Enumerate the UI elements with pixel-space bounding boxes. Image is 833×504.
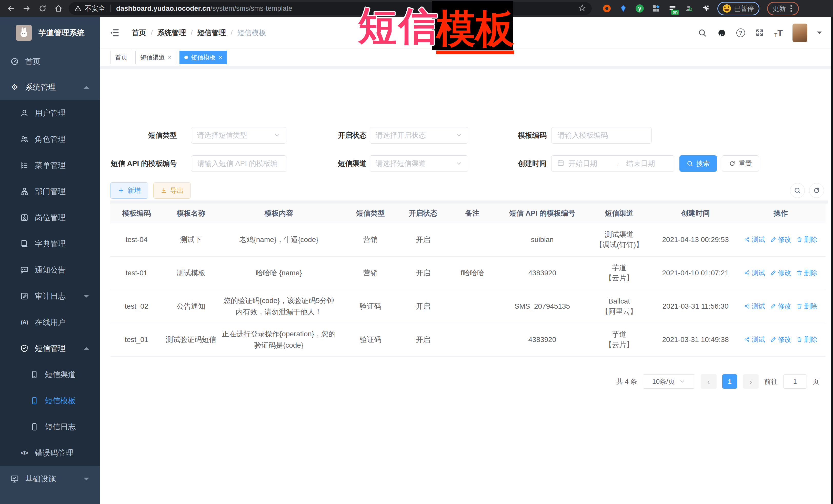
- chevron-down-icon: [679, 378, 686, 385]
- sidebar-item-sms-template[interactable]: 短信模板: [0, 388, 100, 414]
- delete-link[interactable]: 删除: [796, 301, 817, 312]
- tab-home[interactable]: 首页: [110, 51, 132, 64]
- browser-reload-button[interactable]: [38, 3, 48, 14]
- sidebar-item-home[interactable]: 首页: [0, 49, 100, 74]
- section-divider: [110, 200, 828, 203]
- sidebar-item-user-management[interactable]: 用户管理: [0, 100, 100, 126]
- org-tree-icon: [20, 187, 29, 196]
- delete-link[interactable]: 删除: [796, 234, 817, 245]
- sidebar-item-department-management[interactable]: 部门管理: [0, 178, 100, 205]
- extension-y-icon[interactable]: y: [635, 4, 644, 13]
- current-page-button[interactable]: 1: [722, 374, 737, 389]
- sidebar-item-error-code[interactable]: </> 错误码管理: [0, 440, 100, 466]
- close-icon[interactable]: ×: [168, 54, 171, 61]
- sidebar: 芋道管理系统 首页 ⚙ 系统管理 用户管理 角色管理: [0, 17, 100, 504]
- sidebar-item-infrastructure[interactable]: 基础设施: [0, 466, 100, 492]
- sidebar-item-notice-management[interactable]: 通知公告: [0, 257, 100, 283]
- page-jump-input[interactable]: [783, 374, 807, 389]
- fullscreen-icon[interactable]: [755, 28, 765, 38]
- sidebar-item-sms-log[interactable]: 短信日志: [0, 414, 100, 440]
- sidebar-item-sms-management[interactable]: 短信管理: [0, 335, 100, 361]
- avatar-dropdown-icon[interactable]: [817, 31, 822, 34]
- test-link[interactable]: 测试: [744, 234, 765, 245]
- search-icon[interactable]: [697, 28, 707, 38]
- edit-link[interactable]: 修改: [770, 234, 791, 245]
- sidebar-item-dict-management[interactable]: 字典管理: [0, 231, 100, 257]
- breadcrumb-sms[interactable]: 短信管理: [197, 28, 226, 38]
- status-select[interactable]: 请选择开启状态: [370, 127, 468, 144]
- breadcrumb-home[interactable]: 首页: [132, 28, 146, 38]
- search-button[interactable]: 搜索: [680, 155, 717, 172]
- close-icon[interactable]: ×: [219, 54, 222, 61]
- chevron-down-icon: [274, 132, 281, 139]
- tab-sms-channel[interactable]: 短信渠道 ×: [135, 51, 176, 64]
- app-logo-row[interactable]: 芋道管理系统: [0, 17, 100, 49]
- sidebar-item-post-management[interactable]: 岗位管理: [0, 205, 100, 231]
- extensions-puzzle-icon[interactable]: [701, 4, 710, 13]
- pagination: 共 4 条 10条/页 ‹ 1 › 前往 页: [616, 374, 819, 389]
- next-page-button[interactable]: ›: [743, 374, 759, 389]
- col-template-code: 模板编码: [110, 203, 163, 223]
- table-row: test_01 测试验证码短信 正在进行登录操作{operation}，您的验证…: [110, 323, 826, 356]
- prev-page-button[interactable]: ‹: [701, 374, 717, 389]
- sidebar-item-role-management[interactable]: 角色管理: [0, 126, 100, 152]
- page-size-select[interactable]: 10条/页: [643, 374, 695, 389]
- extension-ring-icon[interactable]: [602, 4, 611, 13]
- export-button[interactable]: 导出: [153, 182, 191, 199]
- test-link[interactable]: 测试: [744, 334, 765, 345]
- audit-log-icon: [20, 292, 29, 301]
- sidebar-collapse-icon[interactable]: [109, 28, 119, 38]
- sidebar-item-menu-management[interactable]: 菜单管理: [0, 152, 100, 178]
- browser-menu-icon[interactable]: [790, 8, 792, 9]
- chevron-down-icon: [456, 132, 462, 139]
- edit-link[interactable]: 修改: [770, 267, 791, 279]
- reset-button[interactable]: 重置: [722, 155, 759, 172]
- delete-link[interactable]: 删除: [796, 267, 817, 279]
- browser-forward-button[interactable]: [22, 3, 32, 14]
- chevron-down-icon: [84, 478, 89, 480]
- edit-link[interactable]: 修改: [770, 301, 791, 312]
- profile-paused-badge[interactable]: 已暂停: [717, 2, 759, 16]
- toggle-search-button[interactable]: [790, 183, 805, 198]
- extension-person-search-icon[interactable]: [685, 4, 693, 13]
- col-actions: 操作: [736, 203, 826, 223]
- delete-link[interactable]: 删除: [796, 334, 817, 345]
- github-icon[interactable]: [717, 28, 727, 38]
- extension-list-icon[interactable]: on: [668, 4, 677, 13]
- add-button[interactable]: 新增: [110, 182, 148, 199]
- end-date-placeholder: 结束日期: [626, 159, 668, 168]
- sms-type-select[interactable]: 请选择短信类型: [191, 127, 286, 144]
- sidebar-item-audit-log[interactable]: 审计日志: [0, 283, 100, 309]
- api-template-input[interactable]: [191, 155, 286, 172]
- tab-sms-template[interactable]: 短信模板 ×: [180, 51, 227, 64]
- channel-select[interactable]: 请选择短信渠道: [370, 155, 468, 172]
- breadcrumb-system[interactable]: 系统管理: [158, 28, 186, 38]
- template-code-input[interactable]: [551, 127, 652, 144]
- sidebar-item-system-management[interactable]: ⚙ 系统管理: [0, 74, 100, 100]
- refresh-button[interactable]: [809, 183, 824, 198]
- sidebar-item-online-users[interactable]: (A) 在线用户: [0, 309, 100, 335]
- start-date-placeholder: 开始日期: [568, 159, 611, 168]
- extension-gem-icon[interactable]: [619, 4, 628, 13]
- user-avatar[interactable]: [792, 24, 807, 42]
- table-header-row: 模板编码 模板名称 模板内容 短信类型 开启状态 备注 短信 API 的模板编号…: [110, 203, 826, 223]
- bookmark-star-icon[interactable]: [578, 4, 586, 13]
- test-link[interactable]: 测试: [744, 267, 765, 279]
- sidebar-item-sms-channel[interactable]: 短信渠道: [0, 361, 100, 388]
- test-link[interactable]: 测试: [744, 301, 765, 312]
- paused-label: 已暂停: [734, 4, 754, 13]
- create-time-range-picker[interactable]: 开始日期 - 结束日期: [551, 155, 674, 172]
- channel-label: 短信渠道: [318, 155, 366, 172]
- browser-back-button[interactable]: [6, 3, 16, 14]
- extension-grid-icon[interactable]: [652, 4, 661, 13]
- edit-link[interactable]: 修改: [770, 334, 791, 345]
- browser-update-button[interactable]: 更新: [767, 2, 799, 16]
- font-size-icon[interactable]: [774, 28, 783, 38]
- help-icon[interactable]: [736, 28, 745, 37]
- on-badge: on: [671, 10, 679, 15]
- browser-home-button[interactable]: [53, 3, 64, 14]
- url-path: /system/sms/sms-template: [211, 5, 292, 13]
- dictionary-icon: [20, 239, 29, 248]
- col-channel: 短信渠道: [583, 203, 655, 223]
- sms-template-table: 模板编码 模板名称 模板内容 短信类型 开启状态 备注 短信 API 的模板编号…: [110, 203, 826, 357]
